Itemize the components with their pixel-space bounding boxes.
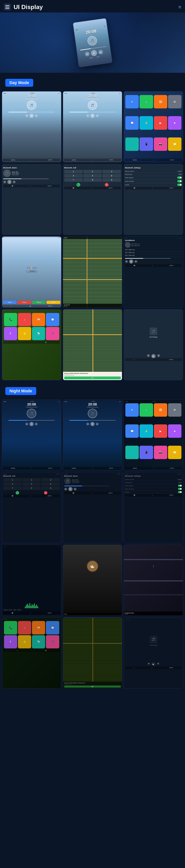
eq-btn-1[interactable]: ROCK (3, 609, 8, 611)
app-telegram[interactable]: ✈ (125, 95, 139, 108)
ios-extra3[interactable]: 🎵 (46, 327, 59, 340)
eq-btn-3[interactable]: JAZZ (12, 609, 17, 611)
night-progress-2[interactable] (70, 420, 115, 421)
next-btn-1[interactable]: ⏭ (35, 114, 38, 117)
hero-play-btn[interactable]: ⏸ (90, 50, 98, 56)
night-prev-1[interactable]: ⏮ (25, 423, 28, 426)
night-dial-8[interactable]: 8 (22, 487, 41, 490)
night-ios-music[interactable]: ♪ (18, 621, 31, 634)
song-3[interactable]: 华东_33RE.mp3 (125, 254, 182, 257)
night-dial-1[interactable]: 1 (3, 478, 22, 482)
night-go-btn[interactable]: GO (64, 685, 121, 688)
carplay-more[interactable]: More (47, 301, 60, 304)
song-2[interactable]: 华东_33RE.mp3 (125, 251, 182, 254)
night-auto-answer-toggle[interactable] (178, 485, 182, 487)
social-prev[interactable]: ⏮ (125, 260, 128, 263)
app-photos[interactable]: 🖼 (154, 95, 167, 108)
ios-extra[interactable]: ⭐ (18, 327, 31, 340)
dial-2[interactable]: 2 (83, 170, 102, 174)
night-app-10[interactable]: 📱 (139, 446, 153, 459)
night-next-1[interactable]: ⏭ (35, 423, 38, 426)
night-dial-3[interactable]: 3 (41, 478, 60, 482)
call-btn[interactable]: 📞 (76, 183, 80, 187)
app-youtube[interactable]: ▶ (154, 116, 167, 129)
night-power-toggle[interactable] (178, 491, 182, 493)
night-dial-2[interactable]: 2 (22, 478, 41, 482)
app-bt[interactable]: ⚡ (139, 116, 153, 129)
carplay-music[interactable]: Music (17, 301, 31, 304)
night-np-next[interactable]: ⏭ (157, 662, 160, 665)
ios-music[interactable]: ♪ (18, 313, 31, 326)
dial-9[interactable]: 9 (102, 178, 121, 182)
dial-1[interactable]: 1 (64, 170, 83, 174)
ios-messages[interactable]: 💬 (46, 313, 59, 326)
night-app-6[interactable]: ⚡ (139, 424, 153, 438)
carplay-phone[interactable]: Phone (32, 301, 46, 304)
hero-next-btn[interactable]: ⏭ (98, 50, 103, 55)
night-ios-msg[interactable]: 💬 (46, 621, 59, 634)
night-ios-extra2[interactable]: 🎵 (46, 635, 59, 648)
night-ios-maps[interactable]: 🗺 (32, 621, 45, 634)
dial-4[interactable]: 4 (64, 174, 83, 178)
dial-5[interactable]: 5 (83, 174, 102, 178)
ios-phone[interactable]: 📞 (4, 313, 17, 326)
np-play[interactable]: ▶ (151, 354, 156, 358)
night-bt-next[interactable]: ⏭ (74, 488, 77, 491)
night-dial-9[interactable]: 9 (41, 487, 60, 490)
night-ios-extra[interactable]: 📡 (32, 635, 45, 648)
night-bt-play[interactable]: ⏸ (68, 487, 73, 491)
night-call-btn[interactable]: 📞 (16, 491, 19, 495)
eq-btn-2[interactable]: POP (8, 609, 12, 611)
play-btn-2[interactable]: ⏸ (90, 114, 95, 118)
app-extra5[interactable]: ☎ (168, 137, 181, 151)
night-app-5[interactable]: 💬 (125, 424, 139, 438)
social-play[interactable]: ▶ (129, 259, 133, 264)
night-ios-star[interactable]: ⭐ (18, 635, 31, 648)
night-np-prev[interactable]: ⏮ (147, 662, 150, 665)
app-extra1[interactable]: ★ (168, 116, 181, 129)
app-extra2[interactable]: 🌐 (125, 137, 139, 151)
night-app-2[interactable]: ♪ (139, 403, 153, 417)
night-app-9[interactable]: 🌐 (125, 446, 139, 459)
night-progress-1[interactable] (8, 420, 55, 421)
next-btn-2[interactable]: ⏭ (96, 114, 99, 117)
ios-maps[interactable]: 🗺 (32, 313, 45, 326)
night-app-3[interactable]: 🖼 (154, 403, 167, 417)
eq-btn-4[interactable]: FLAT (17, 609, 21, 611)
app-extra3[interactable]: 📱 (139, 137, 153, 151)
song-1[interactable]: 华东_33RE.mp3 (125, 248, 182, 251)
np-next[interactable]: ⏭ (157, 354, 160, 357)
dial-6[interactable]: 6 (102, 174, 121, 178)
social-next[interactable]: ⏭ (134, 260, 137, 263)
coffee-go-btn[interactable]: GO (64, 376, 121, 379)
ios-extra2[interactable]: 📡 (32, 327, 45, 340)
np-prev[interactable]: ⏮ (147, 354, 150, 357)
night-app-1[interactable]: ✈ (125, 403, 139, 417)
night-end-btn[interactable]: ✕ (44, 491, 47, 495)
prev-btn-1[interactable]: ⏮ (25, 114, 28, 117)
bt-progress[interactable] (3, 179, 49, 179)
night-app-7[interactable]: ▶ (154, 424, 167, 438)
play-btn-1[interactable]: ⏸ (29, 114, 34, 118)
night-dial-5[interactable]: 5 (22, 482, 41, 486)
bt-prev[interactable]: ⏮ (3, 180, 6, 183)
app-extra4[interactable]: 📷 (154, 137, 167, 151)
night-bt-progress[interactable] (64, 486, 110, 486)
dial-8[interactable]: 8 (83, 178, 102, 182)
hero-prev-btn[interactable]: ⏮ (85, 52, 90, 57)
dial-3[interactable]: 3 (102, 170, 121, 174)
hamburger-icon[interactable]: ≡ (178, 4, 181, 10)
night-app-8[interactable]: ★ (168, 424, 181, 438)
night-np-play[interactable]: ▶ (151, 662, 156, 666)
night-dial-6[interactable]: 6 (41, 482, 60, 486)
bt-next[interactable]: ⏭ (12, 180, 16, 183)
app-music[interactable]: ♪ (139, 95, 153, 108)
night-app-4[interactable]: ⚙ (168, 403, 181, 417)
night-next-2[interactable]: ⏭ (96, 423, 99, 426)
night-app-11[interactable]: 📷 (154, 446, 167, 459)
bt-play[interactable]: ⏸ (7, 180, 11, 184)
ios-podcast[interactable]: 🎙 (4, 327, 17, 340)
dial-7[interactable]: 7 (64, 178, 83, 182)
progress-1[interactable] (8, 112, 55, 112)
auto-answer-toggle[interactable] (177, 177, 182, 179)
